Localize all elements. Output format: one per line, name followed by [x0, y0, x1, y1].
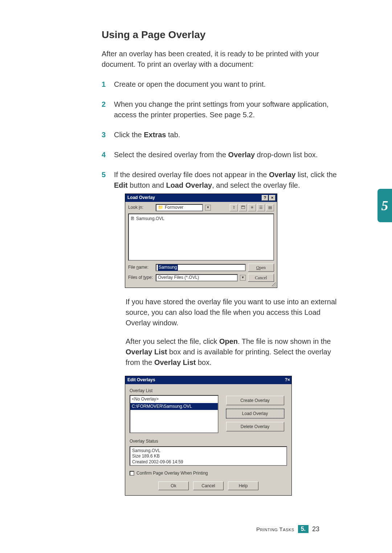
help-button[interactable]: Help	[228, 481, 258, 490]
filesoftype-value: Overlay Files (*.OVL)	[158, 275, 199, 281]
document-icon	[130, 216, 135, 222]
load-overlay-dialog: Load Overlay ? × Look in: Formover ▼ ⇧ 🗔…	[125, 194, 277, 288]
step-4: 4Select the desired overlay from the Ove…	[102, 150, 338, 160]
ok-button[interactable]: Ok	[158, 481, 189, 490]
delete-overlay-button[interactable]: Delete Overlay	[226, 422, 284, 431]
page-title: Using a Page Overlay	[102, 29, 367, 41]
step-5-c: list, click the	[295, 171, 336, 179]
step-2-text: When you change the print settings from …	[114, 100, 328, 119]
chevron-down-icon[interactable]: ▼	[240, 275, 246, 281]
close-button[interactable]: ×	[287, 377, 290, 383]
file-item[interactable]: Samsung.OVL	[130, 216, 272, 222]
lookin-dropdown[interactable]: Formover	[156, 204, 203, 211]
load-overlay-titlebar: Load Overlay ? ×	[125, 194, 277, 202]
file-item-name: Samsung.OVL	[136, 216, 164, 222]
folder-icon	[158, 204, 163, 211]
status-line-3: Created 2002-09-06 14:59	[132, 459, 285, 465]
step-3-bold: Extras	[144, 131, 166, 139]
overlay-list-item[interactable]: <No Overlay>	[130, 396, 218, 403]
footer-section: Printing Tasks	[256, 526, 294, 532]
step-4-text-c: drop-down list box.	[255, 151, 318, 159]
load-overlay-button[interactable]: Load Overlay	[226, 409, 284, 418]
details-view-icon[interactable]: ▤	[266, 204, 274, 211]
step-5-g: , and select the overlay file.	[212, 181, 300, 189]
step-1-text: Create or open the document you want to …	[114, 80, 266, 88]
filename-input[interactable]: Samsung	[156, 264, 246, 271]
confirm-overlay-checkbox[interactable]	[130, 471, 134, 476]
cancel-button[interactable]: Cancel	[248, 274, 274, 282]
step-5-f: Load Overlay	[166, 181, 212, 189]
edit-overlays-dialog: Edit Overlays ? × Overlay List <No Overl…	[125, 376, 292, 496]
lookin-label: Look in:	[128, 204, 154, 211]
desktop-icon[interactable]: 🗔	[239, 204, 247, 211]
step-3-number: 3	[102, 130, 106, 140]
overlay-list-item-selected[interactable]: C:\FORMOVER\Samsung.OVL	[130, 403, 218, 410]
step-2-number: 2	[102, 99, 106, 110]
overlay-status-label: Overlay Status	[130, 438, 287, 444]
status-line-1: Samsung.OVL	[132, 448, 285, 454]
page-footer: Printing Tasks 5.23	[256, 525, 319, 533]
filesoftype-dropdown[interactable]: Overlay Files (*.OVL)	[156, 274, 238, 281]
footer-chapter-badge: 5.	[298, 525, 309, 533]
step-5: 5If the desired overlay file does not ap…	[102, 170, 338, 496]
filename-value: Samsung	[158, 264, 178, 271]
step-4-bold: Overlay	[228, 151, 255, 159]
step-5-b: Overlay	[269, 171, 295, 179]
overlay-listbox[interactable]: <No Overlay> C:\FORMOVER\Samsung.OVL	[130, 395, 219, 433]
list-view-icon[interactable]: ☰	[257, 204, 265, 211]
edit-overlays-title: Edit Overlays	[127, 377, 155, 383]
filename-label: File name:	[128, 264, 154, 271]
overlay-status-box: Samsung.OVL Size 189.6 KB Created 2002-0…	[130, 446, 287, 466]
chapter-tab: 5	[377, 189, 392, 222]
intro-paragraph: After an overlay has been created, it is…	[102, 49, 334, 70]
filesoftype-label: Files of type:	[128, 275, 154, 281]
open-button[interactable]: Open	[248, 264, 274, 272]
step-5-a: If the desired overlay file does not app…	[114, 171, 269, 179]
confirm-overlay-label: Confirm Page Overlay When Printing	[136, 470, 208, 476]
up-one-level-icon[interactable]: ⇧	[230, 204, 238, 211]
help-button[interactable]: ?	[262, 195, 268, 201]
after-paragraph-1: If you have stored the overlay file you …	[126, 297, 338, 328]
new-folder-icon[interactable]: ✳	[248, 204, 256, 211]
chapter-number: 5	[381, 198, 388, 214]
step-5-number: 5	[102, 170, 106, 180]
load-overlay-title: Load Overlay	[127, 195, 155, 201]
step-5-d: Edit	[114, 181, 128, 189]
step-2: 2When you change the print settings from…	[102, 99, 338, 120]
step-3-text-c: tab.	[166, 131, 180, 139]
cancel-button[interactable]: Cancel	[193, 481, 224, 490]
overlay-list-label: Overlay List	[130, 388, 287, 394]
close-button[interactable]: ×	[269, 195, 275, 201]
chevron-down-icon[interactable]: ▼	[205, 205, 211, 211]
footer-page-number: 23	[312, 525, 319, 533]
step-5-e: button and	[128, 181, 166, 189]
status-line-2: Size 189.6 KB	[132, 454, 285, 459]
resize-grip-icon[interactable]	[272, 282, 276, 287]
create-overlay-button[interactable]: Create Overlay	[226, 396, 284, 405]
edit-overlays-titlebar: Edit Overlays ? ×	[125, 376, 291, 384]
step-3: 3Click the Extras tab.	[102, 130, 338, 140]
step-1-number: 1	[102, 79, 106, 90]
file-list-pane[interactable]: Samsung.OVL	[128, 214, 274, 261]
step-4-number: 4	[102, 150, 106, 160]
step-4-text-a: Select the desired overlay from the	[114, 151, 228, 159]
step-1: 1Create or open the document you want to…	[102, 79, 338, 90]
after-paragraph-2: After you select the file, click Open. T…	[126, 336, 338, 368]
help-button[interactable]: ?	[285, 377, 287, 383]
step-3-text-a: Click the	[114, 131, 144, 139]
lookin-value: Formover	[165, 204, 183, 211]
